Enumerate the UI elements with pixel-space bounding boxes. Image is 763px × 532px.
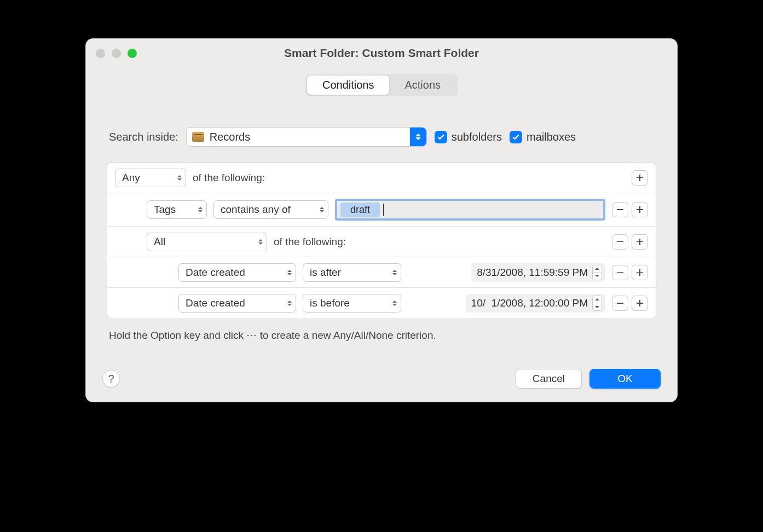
search-inside-row: Search inside: Records subfolders [107, 127, 656, 162]
date-value: 10/ 1/2008, 12:00:00 PM [471, 297, 588, 309]
rule-field-popup[interactable]: Tags [147, 200, 207, 219]
chevron-updown-icon [287, 270, 292, 275]
add-rule-button[interactable] [632, 202, 648, 217]
chevron-updown-icon [287, 300, 292, 306]
smart-folder-window: Smart Folder: Custom Smart Folder Condit… [85, 38, 678, 402]
folder-icon [192, 132, 204, 142]
date-value: 8/31/2008, 11:59:59 PM [477, 267, 588, 279]
date-stepper[interactable] [592, 265, 602, 280]
date-field[interactable]: 10/ 1/2008, 12:00:00 PM [466, 294, 605, 313]
titlebar: Smart Folder: Custom Smart Folder [86, 39, 677, 67]
zoom-window-button[interactable] [128, 49, 137, 58]
hint-text: Hold the Option key and click ⋯ to creat… [107, 319, 656, 344]
window-title: Smart Folder: Custom Smart Folder [284, 47, 479, 60]
checkmark-icon [512, 133, 520, 141]
remove-rule-button[interactable] [612, 296, 628, 311]
search-folder-combo[interactable]: Records [186, 127, 427, 147]
rules-list: Any of the following: Tags cont [107, 162, 656, 319]
add-rule-button[interactable] [632, 170, 648, 186]
match-mode-popup[interactable]: Any [115, 169, 186, 187]
footer: ? Cancel OK [86, 362, 677, 402]
rule-date-before: Date created is before 10/ 1/2008, 12:00… [107, 288, 656, 319]
search-inside-label: Search inside: [109, 131, 178, 143]
close-window-button[interactable] [96, 49, 105, 58]
rule-operator-popup[interactable]: contains any of [213, 200, 328, 219]
chevron-updown-icon [320, 207, 324, 212]
chevron-updown-icon [177, 175, 182, 181]
remove-rule-button[interactable] [612, 202, 628, 217]
chevron-updown-icon [392, 270, 397, 275]
rule-operator-popup[interactable]: is after [303, 263, 401, 282]
window-controls [96, 49, 137, 58]
stepper-down-icon [595, 275, 599, 277]
rule-date-after: Date created is after 8/31/2008, 11:59:5… [107, 257, 656, 288]
stepper-up-icon [595, 268, 599, 270]
match-suffix-label: of the following: [274, 236, 346, 248]
tab-conditions[interactable]: Conditions [307, 76, 390, 95]
chevron-updown-icon [392, 300, 397, 306]
checkmark-icon [437, 133, 445, 141]
chevron-updown-icon [258, 239, 263, 245]
search-folder-value: Records [210, 131, 250, 143]
tab-segmented-control: Conditions Actions [305, 74, 458, 96]
conditions-panel: Search inside: Records subfolders [101, 112, 662, 349]
mailboxes-checkbox[interactable] [510, 131, 522, 143]
rule-group-any: Any of the following: [107, 163, 656, 193]
stepper-up-icon [595, 298, 599, 300]
rule-group-all: All of the following: [107, 227, 656, 257]
date-stepper[interactable] [592, 296, 602, 311]
tags-token-field[interactable]: draft [335, 199, 605, 221]
tab-actions[interactable]: Actions [389, 76, 456, 95]
match-suffix-label: of the following: [193, 172, 265, 184]
rule-field-popup[interactable]: Date created [178, 294, 296, 313]
chevron-updown-icon [198, 207, 203, 212]
remove-rule-button[interactable] [612, 265, 628, 280]
subfolders-checkbox[interactable] [435, 131, 447, 143]
mailboxes-label: mailboxes [527, 131, 576, 143]
rule-field-popup[interactable]: Date created [178, 263, 296, 282]
stepper-down-icon [595, 306, 599, 308]
date-field[interactable]: 8/31/2008, 11:59:59 PM [471, 263, 605, 282]
minimize-window-button[interactable] [112, 49, 121, 58]
help-button[interactable]: ? [102, 370, 120, 388]
remove-rule-button[interactable] [612, 234, 628, 250]
rule-operator-popup[interactable]: is before [303, 294, 401, 313]
ok-button[interactable]: OK [589, 369, 661, 389]
text-cursor [383, 204, 384, 216]
tag-token[interactable]: draft [340, 203, 380, 217]
add-rule-button[interactable] [632, 296, 648, 311]
body: Conditions Actions Search inside: Record… [86, 67, 677, 362]
subfolders-label: subfolders [452, 131, 502, 143]
add-rule-button[interactable] [632, 234, 648, 250]
rule-tags: Tags contains any of draft [107, 193, 656, 227]
match-mode-popup[interactable]: All [147, 233, 267, 251]
cancel-button[interactable]: Cancel [516, 369, 582, 389]
add-rule-button[interactable] [632, 265, 648, 280]
combo-arrow-icon[interactable] [410, 128, 426, 146]
